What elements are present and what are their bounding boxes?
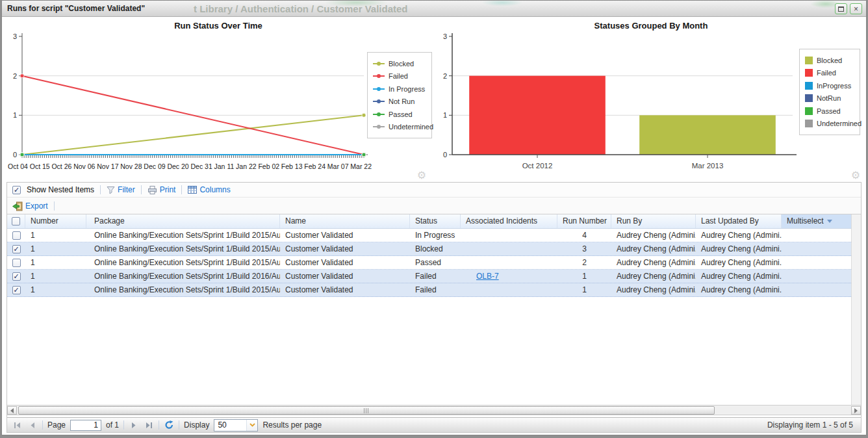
row-checkbox[interactable] [12, 259, 21, 267]
select-all-checkbox[interactable] [12, 217, 20, 225]
export-label: Export [25, 201, 48, 211]
scrollbar-thumb[interactable] [18, 406, 715, 415]
table-row[interactable]: ✓1Online Banking/Execution Sets/Sprint 1… [7, 242, 851, 256]
table-row[interactable]: 1Online Banking/Execution Sets/Sprint 1/… [7, 229, 851, 242]
page-background: t Library / Authentication / Customer Va… [0, 0, 868, 438]
results-summary: Displaying item 1 - 5 of 5 [767, 420, 856, 430]
window-controls: × [835, 3, 862, 14]
first-page-button[interactable] [12, 420, 23, 430]
legend-label: Passed [813, 107, 841, 115]
chevron-down-icon [827, 220, 832, 223]
horizontal-scrollbar[interactable] [7, 405, 861, 415]
legend-item: In Progress [373, 83, 426, 96]
cell-package: Online Banking/Execution Sets/Sprint 1/B… [86, 283, 280, 296]
cell-last-updated-by: Audrey Cheng (Admini... [696, 229, 782, 242]
legend-marker-dot [377, 99, 381, 103]
last-page-button[interactable] [144, 420, 154, 430]
column-header-name[interactable]: Name [280, 214, 410, 228]
column-header-run-by[interactable]: Run By [611, 214, 696, 228]
row-checkbox-cell: ✓ [7, 283, 25, 296]
cell-associated-incidents [461, 242, 557, 255]
passed-legend-swatch [805, 107, 813, 115]
page-number-input[interactable] [70, 420, 101, 431]
print-label: Print [160, 185, 176, 194]
dialog-titlebar[interactable]: t Library / Authentication / Customer Va… [2, 1, 866, 17]
export-button[interactable]: Export [12, 201, 48, 211]
column-header-associated-incidents[interactable]: Associated Incidents [461, 214, 557, 228]
legend-label: Blocked [385, 60, 414, 68]
cell-status: Failed [410, 283, 461, 296]
failed-legend-marker [373, 75, 385, 77]
run-status-over-time-chart: Run Status Over Time 0123 Oct 04Oct 15Oc… [6, 18, 430, 182]
maximize-button[interactable] [835, 3, 847, 14]
legend-label: Failed [385, 72, 408, 80]
scroll-right-button[interactable] [851, 406, 861, 415]
x-axis-label: Mar 22 [350, 162, 372, 170]
svg-text:3: 3 [13, 32, 17, 40]
legend-label: Passed [385, 110, 413, 118]
chart-settings-gear-icon[interactable]: ⚙ [417, 170, 426, 181]
print-button[interactable]: Print [147, 185, 176, 194]
row-checkbox-cell [7, 256, 25, 269]
cell-run-by: Audrey Cheng (Admini... [611, 229, 696, 242]
previous-page-button[interactable] [27, 420, 38, 430]
statuses-grouped-by-month-chart: Statuses Grouped By Month 0123Oct 2012Ma… [438, 18, 864, 182]
column-header-last-updated-by[interactable]: Last Updated By [696, 214, 782, 228]
grid-toolbar-secondary: Export [7, 198, 861, 214]
chart-title: Statuses Grouped By Month [438, 21, 864, 31]
column-header-multiselect[interactable]: Multiselect [782, 214, 853, 228]
toolbar-separator [54, 201, 55, 211]
cell-run-number: 1 [557, 270, 611, 283]
incident-link[interactable]: OLB-7 [476, 272, 499, 281]
cell-multiselect [782, 242, 853, 255]
row-checkbox[interactable]: ✓ [12, 286, 21, 294]
display-select[interactable]: 50 [214, 419, 258, 432]
row-checkbox[interactable]: ✓ [12, 245, 21, 253]
cell-last-updated-by: Audrey Cheng (Admini... [696, 270, 782, 283]
svg-text:2: 2 [443, 72, 447, 80]
chart-title: Run Status Over Time [6, 21, 430, 31]
filter-button[interactable]: Filter [107, 185, 135, 194]
toolbar-separator [141, 185, 142, 194]
next-page-button[interactable] [129, 420, 139, 430]
legend-item: Passed [373, 108, 426, 121]
column-header-status[interactable]: Status [410, 214, 461, 228]
columns-button[interactable]: Columns [188, 185, 230, 194]
row-checkbox[interactable] [12, 231, 21, 240]
cell-run-by: Audrey Cheng (Admini... [611, 242, 696, 255]
cell-name: Customer Validated [280, 229, 410, 242]
cell-associated-incidents: OLB-7 [461, 270, 557, 283]
cell-package: Online Banking/Execution Sets/Sprint 1/B… [86, 229, 280, 242]
line-chart-legend: BlockedFailedIn ProgressNot RunPassedUnd… [367, 52, 432, 138]
scroll-left-button[interactable] [7, 406, 17, 415]
table-row[interactable]: ✓1Online Banking/Execution Sets/Sprint 1… [7, 270, 851, 283]
table-row[interactable]: ✓1Online Banking/Execution Sets/Sprint 1… [7, 283, 851, 297]
page-label: Page [47, 420, 66, 430]
triangle-left-icon [10, 408, 14, 413]
column-header-number[interactable]: Number [25, 214, 86, 228]
background-breadcrumb: t Library / Authentication / Customer Va… [194, 3, 408, 14]
scrollbar-grip-icon [364, 408, 370, 413]
cell-run-by: Audrey Cheng (Admini... [611, 283, 696, 296]
row-checkbox[interactable]: ✓ [12, 272, 21, 281]
refresh-button[interactable] [164, 420, 174, 430]
close-button[interactable]: × [850, 3, 862, 14]
legend-label: Undetermined [385, 123, 433, 131]
triangle-right-icon [854, 408, 858, 413]
x-axis-label: Oct 04 [8, 162, 28, 170]
show-nested-checkbox[interactable]: ✓ [12, 186, 21, 194]
legend-label: Not Run [385, 97, 415, 105]
chart-settings-gear-icon[interactable]: ⚙ [851, 170, 860, 181]
display-select-value: 50 [214, 420, 246, 430]
column-header-package[interactable]: Package [86, 214, 280, 228]
svg-text:0: 0 [443, 151, 447, 159]
cell-status: Passed [410, 256, 461, 269]
table-row[interactable]: 1Online Banking/Execution Sets/Sprint 1/… [7, 256, 851, 270]
cell-name: Customer Validated [280, 283, 410, 296]
cell-last-updated-by: Audrey Cheng (Admini... [696, 242, 782, 255]
in-progress-legend-marker [373, 88, 385, 90]
vertical-scrollbar[interactable] [851, 214, 861, 405]
x-axis-label: Dec 31 [190, 162, 212, 170]
svg-text:3: 3 [443, 32, 447, 40]
column-header-run-number[interactable]: Run Number [557, 214, 611, 228]
